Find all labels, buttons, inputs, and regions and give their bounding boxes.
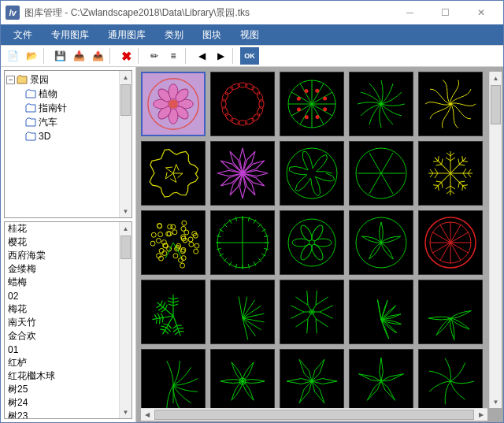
thumbnail[interactable] [141,280,206,344]
svg-point-42 [297,108,301,112]
list-item[interactable]: 西府海棠 [5,249,132,262]
save-icon[interactable]: 💾 [51,47,69,65]
scroll-up-button[interactable]: ▲ [490,72,502,84]
maximize-button[interactable]: ☐ [428,1,463,24]
svg-point-86 [195,243,199,248]
svg-point-73 [188,237,193,242]
menu-category[interactable]: 类别 [155,25,193,45]
scroll-thumb[interactable] [491,85,501,124]
nav-left-icon[interactable]: ◀ [193,47,210,65]
thumbnail[interactable] [141,210,206,275]
edit-icon[interactable]: ✏ [146,47,163,65]
ok-icon[interactable]: OK [240,47,259,65]
thumbnail[interactable] [418,349,483,414]
tree-child[interactable]: 3D [6,129,130,143]
import-icon[interactable]: 📥 [70,47,87,65]
svg-point-64 [173,254,178,258]
thumbnail[interactable] [280,280,344,344]
list-item[interactable]: 桂花 [5,222,132,236]
tree-panel: −景园植物指南针汽车3D ▲ ▼ [4,70,132,218]
scroll-thumb[interactable] [120,84,131,116]
list-item[interactable]: 樱花 [5,236,132,249]
thumbnail[interactable] [210,72,275,136]
list-item[interactable]: 02 [5,289,132,302]
thumbnail[interactable] [280,141,344,206]
list-item[interactable]: 01 [5,343,132,356]
thumbnail[interactable] [418,72,483,136]
svg-point-118 [309,243,325,262]
close-button[interactable]: ✕ [463,1,498,24]
thumbnail[interactable] [418,141,483,206]
window-title: 图库管理 - C:\Zwlandscape2018\Data\Library\景… [24,6,392,20]
menu-special-library[interactable]: 专用图库 [42,25,98,45]
open-icon[interactable]: 📂 [23,47,40,65]
svg-line-103 [217,236,221,237]
svg-point-12 [251,113,261,123]
new-icon[interactable]: 📄 [4,47,21,65]
gallery: ▲ ▼ ◀ ▶ [136,67,503,422]
properties-icon[interactable]: ≡ [165,47,182,65]
thumbnail[interactable] [418,210,483,275]
delete-icon[interactable]: ✖ [117,47,135,65]
tree-child[interactable]: 汽车 [6,115,130,129]
menu-file[interactable]: 文件 [4,25,42,45]
list-scrollbar[interactable]: ▲ ▼ [119,222,132,418]
list-item[interactable]: 蜡梅 [5,276,132,289]
thumbnail[interactable] [349,210,413,275]
list-item[interactable]: 树25 [5,383,132,396]
svg-line-113 [264,236,269,237]
sidebar: −景园植物指南针汽车3D ▲ ▼ 桂花樱花西府海棠金缕梅蜡梅02梅花南天竹金合欢… [1,67,136,422]
list-item[interactable]: 红栌 [5,356,132,369]
thumbnail[interactable] [141,72,206,136]
collapse-icon[interactable]: − [6,76,15,84]
scroll-down-button[interactable]: ▼ [120,406,132,418]
thumbnail[interactable] [210,349,275,414]
tree-root[interactable]: −景园 [6,72,130,87]
menu-block[interactable]: 图块 [193,25,231,45]
export-icon[interactable]: 📤 [89,47,106,65]
svg-point-43 [297,97,301,101]
svg-point-44 [304,89,308,93]
scroll-up-button[interactable]: ▲ [120,71,132,83]
scroll-up-button[interactable]: ▲ [120,222,132,235]
thumbnail[interactable] [349,72,413,136]
list-item[interactable]: 梅花 [5,302,132,316]
thumbnail[interactable] [141,141,206,206]
thumbnail[interactable] [418,280,483,344]
gallery-scrollbar-h[interactable]: ◀ ▶ [141,408,487,421]
thumbnail[interactable] [349,141,413,206]
thumbnail[interactable] [280,349,344,414]
tree-child[interactable]: 指南针 [6,101,130,115]
gallery-scrollbar-v[interactable]: ▲ ▼ [489,72,502,408]
tree-child[interactable]: 植物 [6,87,130,101]
thumbnail[interactable] [349,349,413,414]
thumbnail[interactable] [210,280,275,344]
thumbnail[interactable] [349,280,413,344]
thumbnail[interactable] [280,72,344,136]
menu-view[interactable]: 视图 [231,25,269,45]
scroll-down-button[interactable]: ▼ [490,395,502,408]
svg-point-74 [189,242,194,247]
svg-point-80 [151,232,156,237]
tree-root-label: 景园 [30,73,49,87]
thumbnail[interactable] [280,210,344,275]
minimize-button[interactable]: ─ [392,1,428,24]
scroll-thumb[interactable] [154,410,474,420]
svg-line-101 [217,248,221,250]
scroll-thumb[interactable] [120,236,131,259]
tree-scrollbar[interactable]: ▲ ▼ [119,71,132,217]
list-item[interactable]: 金缕梅 [5,262,132,276]
scroll-left-button[interactable]: ◀ [141,409,154,421]
scroll-down-button[interactable]: ▼ [120,205,132,217]
list-item[interactable]: 树24 [5,396,132,410]
list-item[interactable]: 树23 [5,410,132,419]
thumbnail[interactable] [210,141,275,206]
nav-right-icon[interactable]: ▶ [212,47,229,65]
list-item[interactable]: 南天竹 [5,316,132,329]
list-item[interactable]: 红花檵木球 [5,369,132,383]
menu-general-library[interactable]: 通用图库 [98,25,155,45]
thumbnail[interactable] [141,349,206,414]
thumbnail[interactable] [210,210,275,275]
list-item[interactable]: 金合欢 [5,329,132,343]
scroll-right-button[interactable]: ▶ [475,409,487,421]
